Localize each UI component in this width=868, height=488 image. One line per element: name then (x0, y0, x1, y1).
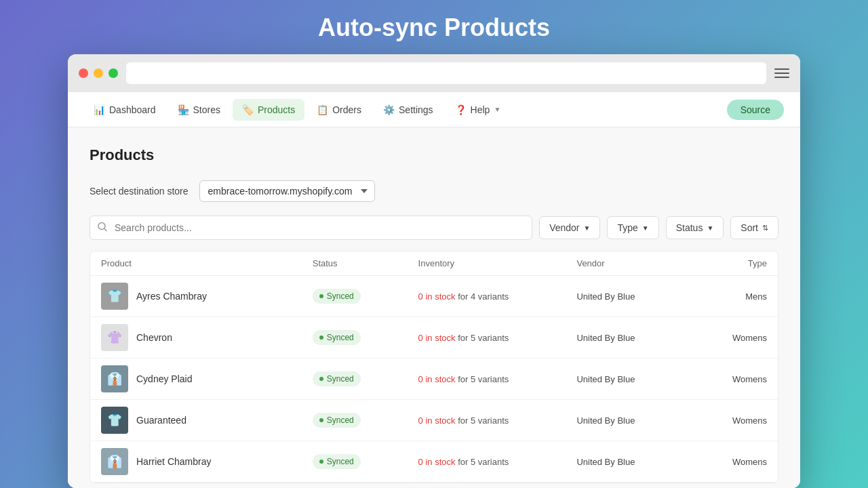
status-dot-icon (319, 336, 323, 340)
store-selector-label: Select destination store (90, 186, 189, 197)
table-row[interactable]: 👕 Ayres Chambray Synced 0 in stock for 4… (90, 276, 778, 317)
status-filter-label: Status (676, 222, 703, 233)
status-cell: Synced (313, 330, 418, 345)
product-name: Harriet Chambray (136, 456, 211, 467)
type-cell: Mens (682, 291, 767, 302)
help-chevron-icon: ▼ (494, 106, 500, 113)
nav-stores-label: Stores (193, 104, 220, 115)
status-dot-icon (319, 460, 323, 464)
filters-row: Vendor ▼ Type ▼ Status ▼ Sort ⇅ (90, 216, 778, 240)
vendor-cell: United By Blue (576, 415, 682, 426)
fullscreen-button[interactable] (108, 68, 118, 78)
svg-line-1 (104, 229, 106, 231)
table-row[interactable]: 👔 Cydney Plaid Synced 0 in stock for 5 v… (90, 359, 778, 400)
nav-settings-label: Settings (399, 104, 433, 115)
product-thumbnail: 👔 (101, 448, 128, 475)
nav-item-settings[interactable]: ⚙️ Settings (374, 99, 443, 121)
nav-item-orders[interactable]: 📋 Orders (307, 99, 371, 121)
type-filter-button[interactable]: Type ▼ (607, 216, 658, 239)
sort-label: Sort (741, 222, 758, 233)
product-name: Cydney Plaid (136, 373, 193, 384)
address-bar[interactable] (126, 62, 766, 84)
inventory-cell: 0 in stock for 4 variants (418, 291, 577, 302)
product-thumbnail: 👕 (101, 283, 128, 310)
vendor-filter-label: Vendor (549, 222, 579, 233)
vendor-filter-button[interactable]: Vendor ▼ (539, 216, 600, 239)
store-selector-row: Select destination store embrace-tomorro… (90, 180, 778, 202)
minimize-button[interactable] (94, 68, 103, 78)
col-status: Status (313, 258, 418, 268)
nav-help-label: Help (471, 104, 490, 115)
col-vendor: Vendor (576, 258, 682, 268)
out-of-stock-text: 0 in stock (418, 291, 456, 302)
type-cell: Womens (682, 333, 767, 343)
stores-icon: 🏪 (178, 104, 189, 115)
table-body: 👕 Ayres Chambray Synced 0 in stock for 4… (90, 276, 778, 483)
table-row[interactable]: 👕 Guaranteed Synced 0 in stock for 5 var… (90, 400, 778, 441)
status-cell: Synced (313, 289, 418, 304)
source-button[interactable]: Source (727, 100, 784, 120)
close-button[interactable] (79, 68, 88, 78)
col-product: Product (101, 258, 313, 268)
type-cell: Womens (682, 415, 767, 426)
status-filter-button[interactable]: Status ▼ (666, 216, 724, 239)
settings-icon: ⚙️ (383, 104, 395, 115)
product-thumbnail: 👔 (101, 365, 128, 392)
store-selector[interactable]: embrace-tomorrow.myshopify.com (199, 180, 375, 202)
product-name: Chevron (136, 332, 172, 343)
sort-icon: ⇅ (762, 224, 768, 232)
type-chevron-icon: ▼ (642, 224, 649, 232)
nav-item-dashboard[interactable]: 📊 Dashboard (84, 99, 165, 121)
help-icon: ❓ (455, 104, 467, 115)
vendor-cell: United By Blue (576, 291, 682, 302)
table-row[interactable]: 👚 Chevron Synced 0 in stock for 5 varian… (90, 317, 778, 359)
table-header: Product Status Inventory Vendor Type (90, 251, 778, 276)
products-icon: 🏷️ (242, 104, 254, 115)
type-cell: Womens (682, 457, 767, 467)
out-of-stock-text: 0 in stock (418, 374, 456, 384)
status-chevron-icon: ▼ (707, 224, 713, 232)
menu-button[interactable] (774, 68, 789, 78)
col-type: Type (682, 258, 767, 268)
sort-button[interactable]: Sort ⇅ (730, 216, 778, 239)
product-name: Ayres Chambray (136, 291, 207, 302)
inventory-cell: 0 in stock for 5 variants (418, 333, 577, 343)
nav-orders-label: Orders (332, 104, 361, 115)
vendor-cell: United By Blue (576, 374, 682, 384)
inventory-cell: 0 in stock for 5 variants (418, 415, 577, 426)
product-cell: 👕 Guaranteed (101, 407, 313, 434)
status-badge: Synced (313, 454, 361, 469)
nav-item-products[interactable]: 🏷️ Products (233, 99, 304, 121)
inventory-cell: 0 in stock for 5 variants (418, 374, 577, 384)
page-title: Auto-sync Products (318, 14, 550, 42)
search-input[interactable] (90, 216, 532, 240)
status-badge: Synced (313, 330, 361, 345)
out-of-stock-text: 0 in stock (418, 415, 456, 426)
app-content: 📊 Dashboard 🏪 Stores 🏷️ Products 📋 Order… (68, 92, 800, 488)
nav-products-label: Products (258, 104, 295, 115)
status-dot-icon (319, 377, 323, 381)
products-table-container: Product Status Inventory Vendor Type 👕 A… (90, 251, 778, 483)
orders-icon: 📋 (317, 104, 328, 115)
out-of-stock-text: 0 in stock (418, 333, 456, 343)
dashboard-icon: 📊 (94, 104, 105, 115)
search-wrapper (90, 216, 532, 240)
traffic-lights (79, 68, 118, 78)
status-cell: Synced (313, 413, 418, 428)
main-content: Products Select destination store embrac… (68, 127, 800, 488)
browser-chrome (68, 54, 800, 92)
table-row[interactable]: 👔 Harriet Chambray Synced 0 in stock for… (90, 441, 778, 483)
product-cell: 👔 Harriet Chambray (101, 448, 313, 475)
type-filter-label: Type (617, 222, 637, 233)
nav-item-help[interactable]: ❓ Help ▼ (446, 99, 511, 121)
product-cell: 👕 Ayres Chambray (101, 283, 313, 310)
search-icon (98, 222, 107, 234)
status-badge: Synced (313, 413, 361, 428)
nav-item-stores[interactable]: 🏪 Stores (168, 99, 230, 121)
status-badge: Synced (313, 289, 361, 304)
inventory-cell: 0 in stock for 5 variants (418, 457, 577, 467)
product-thumbnail: 👕 (101, 407, 128, 434)
status-dot-icon (319, 418, 323, 422)
vendor-chevron-icon: ▼ (584, 224, 591, 232)
vendor-cell: United By Blue (576, 457, 682, 467)
